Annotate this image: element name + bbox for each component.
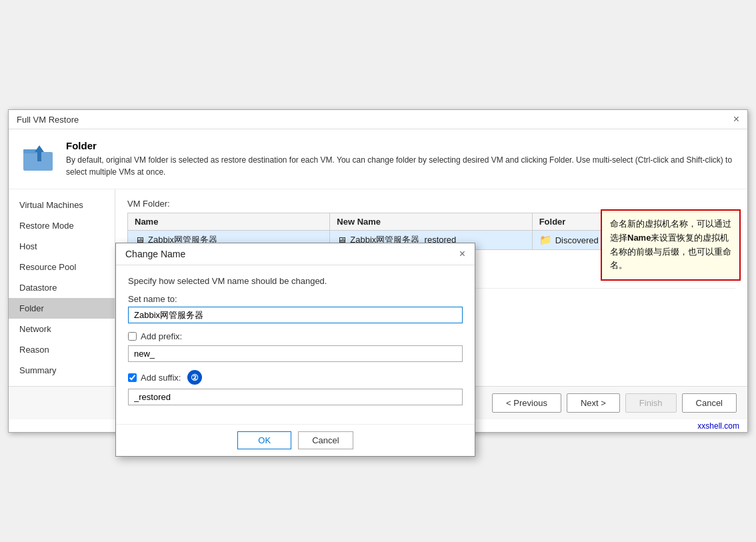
dialog-overlay: Change Name × Specify how selected VM na… (115, 243, 475, 457)
sidebar-item-resource-pool[interactable]: Resource Pool (9, 257, 115, 277)
folder-restore-icon (22, 140, 57, 175)
sidebar-item-datastore[interactable]: Datastore (9, 277, 115, 298)
sidebar-item-reason[interactable]: Reason (9, 339, 115, 360)
add-prefix-checkbox[interactable] (128, 332, 137, 341)
dialog-footer: OK Cancel (116, 424, 475, 456)
dialog-title-bar: Change Name × (116, 243, 475, 265)
cancel-button[interactable]: Cancel (682, 393, 737, 413)
finish-button: Finish (625, 393, 677, 413)
header-title: Folder (66, 140, 734, 151)
sidebar-item-folder[interactable]: Folder (9, 298, 115, 319)
add-suffix-row: Add suffix: ② (128, 370, 463, 385)
window-title: Full VM Restore (17, 115, 79, 125)
sidebar: Virtual Machines Restore Mode Host Resou… (9, 189, 115, 386)
add-prefix-row: Add prefix: (128, 331, 463, 341)
dialog-close-button[interactable]: × (459, 249, 465, 259)
col-header-name: Name (128, 213, 330, 230)
set-name-input[interactable] (128, 307, 463, 323)
folder-icon: 📁 (539, 234, 552, 246)
dialog-title: Change Name (125, 249, 185, 259)
col-header-new-name: New Name (330, 213, 532, 230)
content-area: VM Folder: Name New Name Folder 🖥 Zabbix… (115, 189, 747, 386)
next-button[interactable]: Next > (567, 393, 620, 413)
badge-2-icon: ② (187, 370, 202, 385)
sidebar-item-host[interactable]: Host (9, 236, 115, 257)
set-name-label: Set name to: (128, 294, 463, 304)
change-name-dialog: Change Name × Specify how selected VM na… (115, 243, 475, 457)
dialog-cancel-button[interactable]: Cancel (298, 431, 353, 449)
add-prefix-label: Add prefix: (141, 331, 182, 341)
title-bar: Full VM Restore × (9, 110, 747, 129)
annotation-box: 命名新的虚拟机名称，可以通过选择Name来设置恢复的虚拟机名称的前缀与后缀，也可… (601, 209, 741, 281)
dialog-description: Specify how selected VM name should be c… (128, 276, 463, 286)
sidebar-item-restore-mode[interactable]: Restore Mode (9, 215, 115, 236)
svg-rect-3 (37, 155, 41, 161)
sidebar-item-virtual-machines[interactable]: Virtual Machines (9, 195, 115, 215)
sidebar-item-summary[interactable]: Summary (9, 360, 115, 381)
header-section: Folder By default, original VM folder is… (9, 129, 747, 189)
dialog-body: Specify how selected VM name should be c… (116, 265, 475, 424)
ok-button[interactable]: OK (237, 431, 291, 449)
window-close-button[interactable]: × (733, 114, 739, 125)
prefix-input[interactable] (128, 345, 463, 362)
header-text: Folder By default, original VM folder is… (66, 140, 734, 178)
main-content: Virtual Machines Restore Mode Host Resou… (9, 189, 747, 386)
main-window: Full VM Restore × Folder By default, ori… (8, 109, 748, 433)
sidebar-item-network[interactable]: Network (9, 319, 115, 339)
suffix-input[interactable] (128, 389, 463, 405)
vm-folder-label: VM Folder: (127, 199, 735, 209)
header-description: By default, original VM folder is select… (66, 154, 734, 178)
add-suffix-label: Add suffix: (141, 373, 181, 383)
previous-button[interactable]: < Previous (492, 393, 561, 413)
add-suffix-checkbox[interactable] (128, 373, 137, 382)
